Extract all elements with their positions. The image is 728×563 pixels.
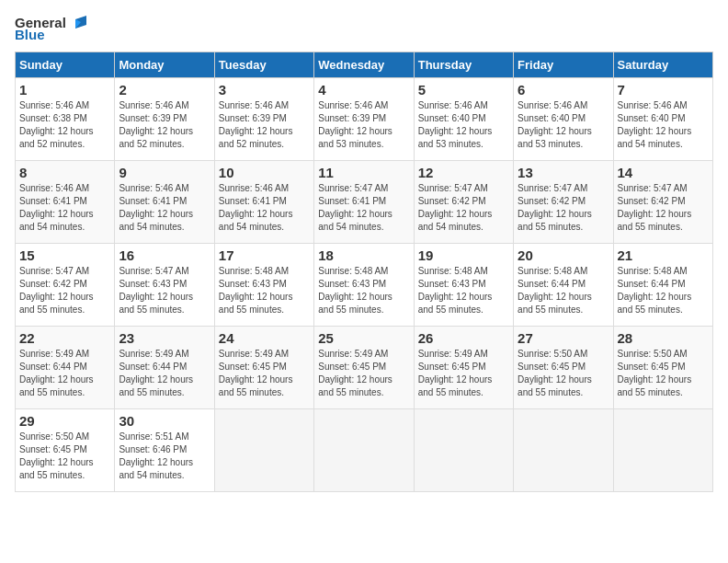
day-details: Sunrise: 5:46 AMSunset: 6:41 PMDaylight:… xyxy=(219,183,293,232)
header-saturday: Saturday xyxy=(613,52,712,78)
calendar-cell: 25 Sunrise: 5:49 AMSunset: 6:45 PMDaylig… xyxy=(314,327,414,409)
calendar-cell: 5 Sunrise: 5:46 AMSunset: 6:40 PMDayligh… xyxy=(414,78,513,161)
calendar-cell: 8 Sunrise: 5:46 AMSunset: 6:41 PMDayligh… xyxy=(16,161,115,244)
day-number: 2 xyxy=(119,82,210,98)
day-details: Sunrise: 5:47 AMSunset: 6:42 PMDaylight:… xyxy=(19,266,94,315)
day-details: Sunrise: 5:48 AMSunset: 6:43 PMDaylight:… xyxy=(219,266,293,315)
day-details: Sunrise: 5:50 AMSunset: 6:45 PMDaylight:… xyxy=(618,349,692,397)
calendar-cell: 12 Sunrise: 5:47 AMSunset: 6:42 PMDaylig… xyxy=(414,161,513,244)
day-number: 20 xyxy=(518,247,609,263)
calendar-table: SundayMondayTuesdayWednesdayThursdayFrid… xyxy=(15,52,713,492)
calendar-cell xyxy=(613,409,712,492)
day-number: 4 xyxy=(318,82,409,98)
day-details: Sunrise: 5:46 AMSunset: 6:40 PMDaylight:… xyxy=(418,100,493,149)
day-number: 28 xyxy=(618,330,709,346)
logo-graphic: General Blue xyxy=(15,15,86,42)
day-details: Sunrise: 5:46 AMSunset: 6:41 PMDaylight:… xyxy=(119,183,193,232)
page-header: General Blue xyxy=(15,15,713,42)
day-details: Sunrise: 5:46 AMSunset: 6:40 PMDaylight:… xyxy=(518,100,592,149)
day-number: 5 xyxy=(418,82,509,98)
day-number: 17 xyxy=(219,247,310,263)
day-number: 3 xyxy=(219,82,310,98)
day-number: 30 xyxy=(119,413,210,429)
day-details: Sunrise: 5:47 AMSunset: 6:41 PMDaylight:… xyxy=(318,183,392,232)
header-sunday: Sunday xyxy=(16,52,115,78)
header-monday: Monday xyxy=(115,52,214,78)
day-details: Sunrise: 5:49 AMSunset: 6:44 PMDaylight:… xyxy=(19,349,94,397)
calendar-cell: 2 Sunrise: 5:46 AMSunset: 6:39 PMDayligh… xyxy=(115,78,214,161)
day-number: 18 xyxy=(318,247,409,263)
calendar-cell: 18 Sunrise: 5:48 AMSunset: 6:43 PMDaylig… xyxy=(314,244,414,327)
header-tuesday: Tuesday xyxy=(214,52,313,78)
week-row-1: 1 Sunrise: 5:46 AMSunset: 6:38 PMDayligh… xyxy=(16,78,713,161)
day-details: Sunrise: 5:50 AMSunset: 6:45 PMDaylight:… xyxy=(19,431,94,480)
calendar-cell: 22 Sunrise: 5:49 AMSunset: 6:44 PMDaylig… xyxy=(16,327,115,409)
day-number: 21 xyxy=(618,247,709,263)
calendar-cell: 13 Sunrise: 5:47 AMSunset: 6:42 PMDaylig… xyxy=(514,161,613,244)
header-thursday: Thursday xyxy=(414,52,513,78)
header-row: SundayMondayTuesdayWednesdayThursdayFrid… xyxy=(16,52,713,78)
day-number: 16 xyxy=(119,247,210,263)
header-wednesday: Wednesday xyxy=(314,52,414,78)
logo-bird-icon xyxy=(68,16,86,30)
day-number: 14 xyxy=(618,165,709,180)
day-number: 6 xyxy=(518,82,609,98)
day-number: 23 xyxy=(119,330,210,346)
calendar-cell xyxy=(414,409,513,492)
day-number: 26 xyxy=(418,330,509,346)
calendar-cell: 24 Sunrise: 5:49 AMSunset: 6:45 PMDaylig… xyxy=(214,327,313,409)
calendar-cell: 17 Sunrise: 5:48 AMSunset: 6:43 PMDaylig… xyxy=(214,244,313,327)
day-details: Sunrise: 5:49 AMSunset: 6:44 PMDaylight:… xyxy=(119,349,193,397)
calendar-cell: 9 Sunrise: 5:46 AMSunset: 6:41 PMDayligh… xyxy=(115,161,214,244)
week-row-2: 8 Sunrise: 5:46 AMSunset: 6:41 PMDayligh… xyxy=(16,161,713,244)
day-number: 12 xyxy=(418,165,509,180)
day-number: 29 xyxy=(19,413,110,429)
day-number: 10 xyxy=(219,165,310,180)
calendar-cell: 16 Sunrise: 5:47 AMSunset: 6:43 PMDaylig… xyxy=(115,244,214,327)
day-number: 11 xyxy=(318,165,409,180)
day-details: Sunrise: 5:47 AMSunset: 6:42 PMDaylight:… xyxy=(618,183,692,232)
day-number: 9 xyxy=(119,165,210,180)
day-details: Sunrise: 5:48 AMSunset: 6:43 PMDaylight:… xyxy=(418,266,493,315)
calendar-cell xyxy=(214,409,313,492)
header-friday: Friday xyxy=(514,52,613,78)
day-details: Sunrise: 5:47 AMSunset: 6:42 PMDaylight:… xyxy=(418,183,493,232)
day-number: 13 xyxy=(518,165,609,180)
day-details: Sunrise: 5:49 AMSunset: 6:45 PMDaylight:… xyxy=(219,349,293,397)
calendar-cell: 28 Sunrise: 5:50 AMSunset: 6:45 PMDaylig… xyxy=(613,327,712,409)
calendar-cell: 20 Sunrise: 5:48 AMSunset: 6:44 PMDaylig… xyxy=(514,244,613,327)
calendar-cell: 14 Sunrise: 5:47 AMSunset: 6:42 PMDaylig… xyxy=(613,161,712,244)
calendar-cell: 21 Sunrise: 5:48 AMSunset: 6:44 PMDaylig… xyxy=(613,244,712,327)
day-details: Sunrise: 5:46 AMSunset: 6:40 PMDaylight:… xyxy=(618,100,692,149)
calendar-cell: 23 Sunrise: 5:49 AMSunset: 6:44 PMDaylig… xyxy=(115,327,214,409)
day-details: Sunrise: 5:46 AMSunset: 6:39 PMDaylight:… xyxy=(318,100,392,149)
day-number: 19 xyxy=(418,247,509,263)
day-details: Sunrise: 5:46 AMSunset: 6:39 PMDaylight:… xyxy=(119,100,193,149)
calendar-cell: 30 Sunrise: 5:51 AMSunset: 6:46 PMDaylig… xyxy=(115,409,214,492)
day-details: Sunrise: 5:46 AMSunset: 6:41 PMDaylight:… xyxy=(19,183,94,232)
calendar-cell: 26 Sunrise: 5:49 AMSunset: 6:45 PMDaylig… xyxy=(414,327,513,409)
day-number: 15 xyxy=(19,247,110,263)
day-number: 7 xyxy=(618,82,709,98)
calendar-cell: 7 Sunrise: 5:46 AMSunset: 6:40 PMDayligh… xyxy=(613,78,712,161)
day-number: 8 xyxy=(19,165,110,180)
calendar-cell xyxy=(514,409,613,492)
day-details: Sunrise: 5:48 AMSunset: 6:44 PMDaylight:… xyxy=(618,266,692,315)
calendar-cell: 3 Sunrise: 5:46 AMSunset: 6:39 PMDayligh… xyxy=(214,78,313,161)
week-row-3: 15 Sunrise: 5:47 AMSunset: 6:42 PMDaylig… xyxy=(16,244,713,327)
logo: General Blue xyxy=(15,15,86,42)
calendar-cell: 29 Sunrise: 5:50 AMSunset: 6:45 PMDaylig… xyxy=(16,409,115,492)
day-number: 22 xyxy=(19,330,110,346)
calendar-cell: 19 Sunrise: 5:48 AMSunset: 6:43 PMDaylig… xyxy=(414,244,513,327)
week-row-4: 22 Sunrise: 5:49 AMSunset: 6:44 PMDaylig… xyxy=(16,327,713,409)
day-details: Sunrise: 5:51 AMSunset: 6:46 PMDaylight:… xyxy=(119,431,193,480)
day-details: Sunrise: 5:47 AMSunset: 6:43 PMDaylight:… xyxy=(119,266,193,315)
calendar-cell: 6 Sunrise: 5:46 AMSunset: 6:40 PMDayligh… xyxy=(514,78,613,161)
calendar-cell: 15 Sunrise: 5:47 AMSunset: 6:42 PMDaylig… xyxy=(16,244,115,327)
day-details: Sunrise: 5:48 AMSunset: 6:44 PMDaylight:… xyxy=(518,266,592,315)
day-details: Sunrise: 5:46 AMSunset: 6:39 PMDaylight:… xyxy=(219,100,293,149)
day-number: 1 xyxy=(19,82,110,98)
calendar-cell: 4 Sunrise: 5:46 AMSunset: 6:39 PMDayligh… xyxy=(314,78,414,161)
day-details: Sunrise: 5:48 AMSunset: 6:43 PMDaylight:… xyxy=(318,266,392,315)
day-number: 24 xyxy=(219,330,310,346)
